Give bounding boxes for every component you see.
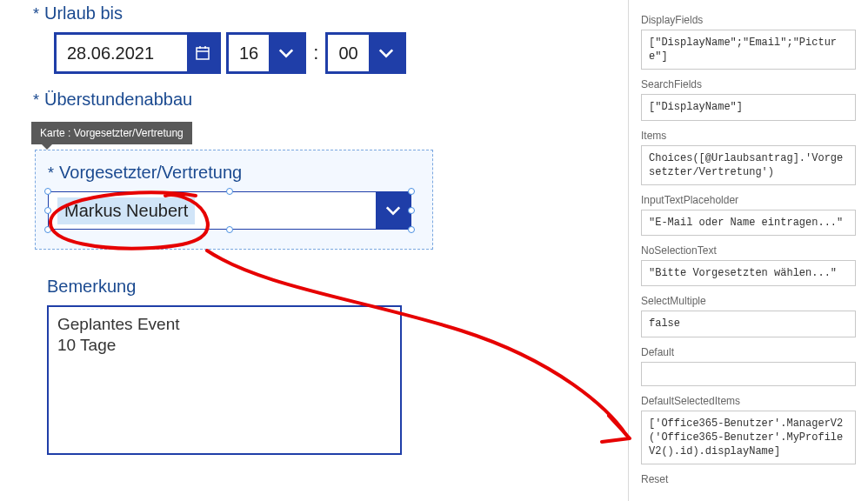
prop-label-items: Items: [641, 130, 856, 142]
prop-label-defaultselecteditems: DefaultSelectedItems: [641, 395, 856, 407]
prop-input-searchfields[interactable]: ["DisplayName"]: [641, 94, 856, 120]
vorgesetzter-label: * Vorgesetzter/Vertretung: [48, 163, 420, 183]
chevron-down-icon[interactable]: [376, 192, 411, 229]
prop-label-displayfields: DisplayFields: [641, 14, 856, 26]
urlaub-bis-label: * Urlaub bis: [33, 3, 435, 23]
card-tooltip: Karte : Vorgesetzter/Vertretung: [31, 122, 192, 144]
selection-handle[interactable]: [408, 188, 415, 195]
time-colon: :: [311, 32, 320, 74]
bemerkung-label: Bemerkung: [47, 277, 430, 297]
hour-value: 16: [229, 43, 269, 63]
selection-handle[interactable]: [408, 207, 415, 214]
date-row: 28.06.2021 16 : 00: [54, 32, 435, 74]
form-canvas: * Urlaub bis 28.06.2021 16: [0, 0, 618, 501]
people-combobox[interactable]: Markus Neubert: [48, 191, 411, 230]
prop-label-noselectiontext: NoSelectionText: [641, 244, 856, 257]
prop-label-default: Default: [641, 346, 856, 358]
hour-dropdown[interactable]: 16: [226, 32, 306, 74]
selection-handle[interactable]: [44, 226, 51, 233]
selection-handle[interactable]: [44, 207, 51, 214]
prop-label-searchfields: SearchFields: [641, 78, 856, 90]
chevron-down-icon[interactable]: [269, 33, 304, 73]
prop-input-selectmultiple[interactable]: false: [641, 311, 856, 337]
selected-person-token[interactable]: Markus Neubert: [57, 197, 195, 224]
prop-label-selectmultiple: SelectMultiple: [641, 295, 856, 307]
selection-handle[interactable]: [226, 226, 233, 233]
required-star: *: [33, 91, 39, 110]
bemerkung-section: Bemerkung Geplantes Event 10 Tage: [47, 277, 430, 455]
urlaub-bis-text: Urlaub bis: [44, 3, 123, 23]
bemerkung-textarea[interactable]: Geplantes Event 10 Tage: [47, 305, 402, 455]
tooltip-text: Karte : Vorgesetzter/Vertretung: [40, 127, 184, 139]
date-value: 28.06.2021: [57, 43, 187, 63]
required-star: *: [33, 5, 39, 23]
prop-input-noselectiontext[interactable]: "Bitte Vorgesetzten wählen...": [641, 260, 856, 286]
prop-input-defaultselecteditems[interactable]: ['Office365-Benutzer'.ManagerV2('Office3…: [641, 411, 856, 465]
selection-handle[interactable]: [226, 188, 233, 195]
svg-rect-0: [197, 48, 209, 59]
date-picker[interactable]: 28.06.2021: [54, 32, 221, 74]
prop-input-items[interactable]: Choices([@Urlaubsantrag].'Vorgesetzter/V…: [641, 145, 856, 185]
vorgesetzter-card[interactable]: * Vorgesetzter/Vertretung Markus Neubert: [35, 150, 433, 250]
vorgesetzter-text: Vorgesetzter/Vertretung: [59, 163, 242, 183]
prop-input-default[interactable]: [641, 362, 856, 386]
minute-dropdown[interactable]: 00: [325, 32, 405, 74]
selection-handle[interactable]: [408, 226, 415, 233]
prop-label-inputtextplaceholder: InputTextPlaceholder: [641, 194, 856, 206]
uberstunden-label: * Überstundenabbau: [33, 90, 435, 110]
chevron-down-icon[interactable]: [369, 33, 404, 73]
properties-panel: DisplayFields ["DisplayName";"Email";"Pi…: [628, 0, 868, 501]
calendar-icon[interactable]: [187, 33, 218, 73]
prop-label-reset: Reset: [641, 473, 856, 485]
prop-input-displayfields[interactable]: ["DisplayName";"Email";"Picture"]: [641, 30, 856, 70]
minute-value: 00: [328, 43, 368, 63]
uberstunden-text: Überstundenabbau: [44, 90, 192, 110]
prop-input-inputtextplaceholder[interactable]: "E-Mail oder Name eintragen...": [641, 210, 856, 236]
required-star: *: [48, 164, 54, 183]
form-card-top: * Urlaub bis 28.06.2021 16: [33, 0, 435, 118]
selection-handle[interactable]: [44, 188, 51, 195]
